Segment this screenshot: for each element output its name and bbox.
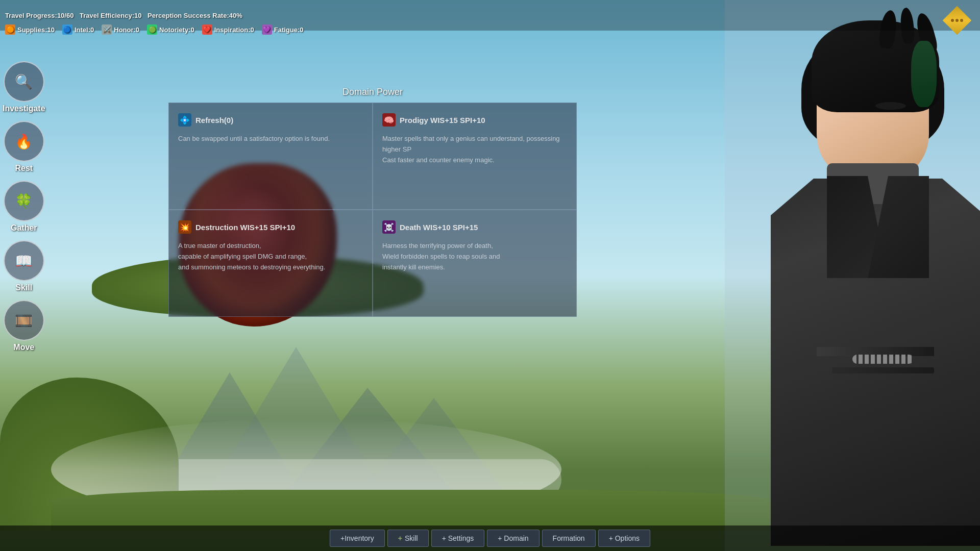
diamond-icon (943, 6, 972, 35)
destruction-card-header: 💥 Destruction WIS+15 SPI+10 (178, 220, 363, 234)
stat-inspiration: ❤️ Inspiration:0 (202, 24, 254, 35)
move-label: Move (13, 343, 34, 352)
domain-card-refresh[interactable]: 💠 Refresh(0) Can be swapped until a sati… (168, 103, 373, 210)
hud-top-bar: Travel Progress:10/60 Travel Efficiency:… (0, 0, 980, 31)
sidebar-actions: 🔍 Investigate 🔥 Rest 🍀 Gather 📖 Skill 🎞️… (3, 61, 45, 352)
prodigy-description: Master spells that only a genius can und… (382, 134, 567, 165)
investigate-icon: 🔍 (4, 61, 44, 102)
fatigue-value: Fatigue:0 (274, 26, 304, 34)
skill-icon: 📖 (4, 240, 44, 281)
corner-decoration (944, 8, 970, 33)
prodigy-icon: 🧠 (382, 113, 396, 127)
inventory-button[interactable]: +Inventory (330, 530, 385, 547)
stat-supplies: 🟠 Supplies:10 (5, 24, 55, 35)
intel-icon: 🔵 (62, 24, 72, 35)
destruction-name: Destruction WIS+15 SPI+10 (195, 223, 295, 232)
notoriety-value: Notoriety:0 (159, 26, 194, 34)
options-button[interactable]: + Options (598, 530, 650, 547)
skill-toolbar-label: Skill (405, 534, 418, 542)
gather-icon: 🍀 (4, 181, 44, 221)
domain-power-title: Domain Power (168, 87, 577, 97)
prodigy-card-header: 🧠 Prodigy WIS+15 SPI+10 (382, 113, 567, 127)
refresh-icon: 💠 (178, 113, 191, 127)
character-area (725, 0, 980, 551)
perception-label: Perception Success Rate:40% (148, 12, 242, 19)
ground-base (51, 490, 776, 531)
refresh-name: Refresh(0) (195, 116, 233, 124)
fatigue-icon: 💜 (262, 24, 272, 35)
settings-button[interactable]: + Settings (431, 530, 485, 547)
skill-plus-icon: + (398, 534, 402, 542)
domain-button[interactable]: + Domain (487, 530, 539, 547)
inspiration-icon: ❤️ (202, 24, 212, 35)
prodigy-name: Prodigy WIS+15 SPI+10 (400, 116, 485, 124)
rest-icon: 🔥 (4, 121, 44, 162)
options-label: + Options (609, 534, 640, 542)
bottom-toolbar: +Inventory + Skill + Settings + Domain F… (0, 525, 980, 551)
travel-efficiency-label: Travel Efficiency:10 (80, 12, 141, 19)
stat-fatigue: 💜 Fatigue:0 (262, 24, 304, 35)
travel-progress-label: Travel Progress:10/60 (5, 12, 74, 19)
hud-stats: 🟠 Supplies:10 🔵 Intel:0 ⚔️ Honor:0 🟢 Not… (5, 24, 304, 35)
rest-label: Rest (15, 164, 33, 173)
domain-grid: 💠 Refresh(0) Can be swapped until a sati… (168, 103, 577, 317)
stat-intel: 🔵 Intel:0 (62, 24, 94, 35)
inventory-label: +Inventory (340, 534, 374, 542)
honor-value: Honor:0 (114, 26, 139, 34)
skill-button[interactable]: 📖 Skill (3, 240, 45, 292)
refresh-card-header: 💠 Refresh(0) (178, 113, 363, 127)
rest-button[interactable]: 🔥 Rest (3, 121, 45, 173)
inspiration-value: Inspiration:0 (214, 26, 254, 34)
death-card-header: ☠️ Death WIS+10 SPI+15 (382, 220, 567, 234)
notoriety-icon: 🟢 (147, 24, 157, 35)
stat-notoriety: 🟢 Notoriety:0 (147, 24, 194, 35)
gather-button[interactable]: 🍀 Gather (3, 181, 45, 233)
formation-button[interactable]: Formation (542, 530, 596, 547)
destruction-description: A true master of destruction,capable of … (178, 241, 363, 272)
refresh-description: Can be swapped until a satisfactory opti… (178, 134, 363, 144)
hud-progress: Travel Progress:10/60 Travel Efficiency:… (5, 12, 242, 19)
supplies-icon: 🟠 (5, 24, 15, 35)
honor-icon: ⚔️ (102, 24, 112, 35)
death-icon: ☠️ (382, 220, 396, 234)
skill-toolbar-button[interactable]: + Skill (387, 530, 429, 547)
domain-card-destruction[interactable]: 💥 Destruction WIS+15 SPI+10 A true maste… (168, 210, 373, 317)
formation-label: Formation (553, 534, 585, 542)
investigate-label: Investigate (3, 104, 45, 113)
destruction-icon: 💥 (178, 220, 191, 234)
stat-honor: ⚔️ Honor:0 (102, 24, 139, 35)
death-name: Death WIS+10 SPI+15 (400, 223, 478, 232)
skill-label: Skill (15, 283, 32, 292)
supplies-value: Supplies:10 (17, 26, 55, 34)
investigate-button[interactable]: 🔍 Investigate (3, 61, 45, 113)
character-illustration (735, 0, 980, 551)
move-icon: 🎞️ (4, 300, 44, 341)
domain-card-death[interactable]: ☠️ Death WIS+10 SPI+15 Harness the terri… (373, 210, 577, 317)
death-description: Harness the terrifying power of death,Wi… (382, 241, 567, 272)
move-button[interactable]: 🎞️ Move (3, 300, 45, 352)
settings-label: + Settings (442, 534, 474, 542)
domain-toolbar-label: + Domain (498, 534, 528, 542)
gather-label: Gather (11, 223, 37, 233)
domain-card-prodigy[interactable]: 🧠 Prodigy WIS+15 SPI+10 Master spells th… (373, 103, 577, 210)
domain-power-panel: Domain Power 💠 Refresh(0) Can be swapped… (168, 87, 577, 317)
intel-value: Intel:0 (75, 26, 94, 34)
